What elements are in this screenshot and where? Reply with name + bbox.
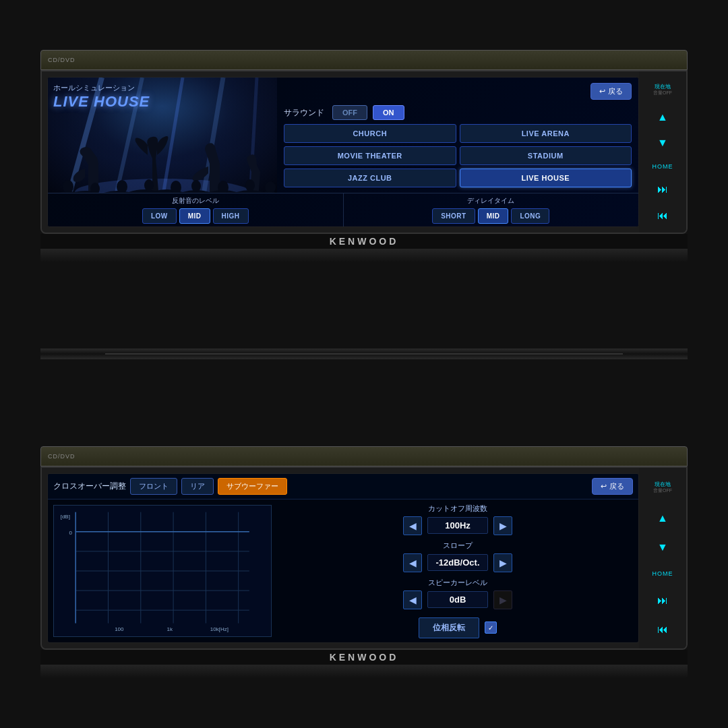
down-arrow-2[interactable]: ▼ — [657, 541, 668, 553]
skip-back-2[interactable]: ⏮ — [657, 624, 668, 636]
screen2: クロスオーバー調整 フロント リア サブウーファー ↩ 戻る — [48, 474, 638, 642]
unit1-reflection — [40, 249, 688, 262]
screen2-area: クロスオーバー調整 フロント リア サブウーファー ↩ 戻る — [47, 473, 639, 643]
title-overlay: ホールシミュレーション LIVE HOUSE — [53, 83, 150, 111]
screen1: ホールシミュレーション LIVE HOUSE ↩ 戻る — [48, 78, 638, 226]
phase-row: 位相反転 ✓ — [284, 617, 632, 638]
source-button-1[interactable]: 現在地 音量OFF — [652, 82, 673, 97]
cutoff-increase[interactable]: ▶ — [493, 516, 512, 535]
skip-back-1[interactable]: ⏮ — [657, 210, 668, 222]
phase-checkbox[interactable]: ✓ — [485, 621, 497, 634]
unit2-body: クロスオーバー調整 フロント リア サブウーファー ↩ 戻る — [40, 466, 688, 650]
screen1-top: ホールシミュレーション LIVE HOUSE ↩ 戻る — [48, 78, 638, 193]
svg-text:[dB]: [dB] — [61, 514, 70, 520]
back-arrow-icon: ↩ — [599, 87, 605, 96]
delay-mid[interactable]: MID — [478, 208, 509, 224]
back-button-2[interactable]: ↩ 戻る — [592, 478, 633, 495]
reflection-label: 反射音のレベル — [53, 196, 338, 206]
right-panel-2: 現在地 音量OFF ▲ ▼ HOME ⏭ ⏮ — [639, 468, 686, 648]
cutoff-decrease[interactable]: ◀ — [403, 516, 422, 535]
speaker-increase[interactable]: ▶ — [493, 590, 512, 609]
reflection-section: 反射音のレベル LOW MID HIGH — [48, 193, 344, 226]
venue-jazz-club[interactable]: JAZZ CLUB — [284, 169, 456, 187]
unit1-wrapper: CD/DVD — [40, 50, 688, 262]
slope-label: スロープ — [443, 541, 473, 551]
speaker-value: 0dB — [427, 591, 488, 608]
graph-area: [dB] 0 100 1k 10k[Hz] — [48, 499, 277, 642]
slope-group: スロープ ◀ -12dB/Oct. ▶ — [284, 541, 632, 572]
venue-grid: CHURCH LIVE ARENA MOVIE THEATER STADIUM … — [284, 124, 632, 187]
delay-section: ディレイタイム SHORT MID LONG — [344, 193, 639, 226]
hall-image-area: ホールシミュレーション LIVE HOUSE — [48, 78, 277, 193]
concert-scene: ホールシミュレーション LIVE HOUSE — [48, 78, 277, 193]
back-arrow-icon-2: ↩ — [601, 482, 607, 491]
surround-row: サラウンド OFF ON — [284, 105, 632, 120]
svg-text:100: 100 — [115, 626, 124, 632]
unit2-reflection — [40, 665, 688, 678]
crossover-header: クロスオーバー調整 フロント リア サブウーファー ↩ 戻る — [48, 474, 638, 499]
up-arrow-1[interactable]: ▲ — [657, 111, 668, 123]
skip-fwd-1[interactable]: ⏭ — [657, 183, 668, 195]
tab-front[interactable]: フロント — [130, 478, 177, 495]
slope-value: -12dB/Oct. — [427, 554, 488, 571]
reflection-high[interactable]: HIGH — [213, 208, 249, 224]
crossover-settings: カットオフ周波数 ◀ 100Hz ▶ スロープ ◀ — [277, 499, 638, 642]
delay-short[interactable]: SHORT — [432, 208, 475, 224]
kenwood-brand-2: KENWOOD — [40, 650, 688, 665]
slope-decrease[interactable]: ◀ — [403, 553, 422, 572]
kenwood-brand-1: KENWOOD — [40, 234, 688, 249]
top-nav-row: ↩ 戻る — [284, 83, 632, 100]
source-button-2[interactable]: 現在地 音量OFF — [652, 480, 673, 495]
phase-button[interactable]: 位相反転 — [419, 617, 479, 638]
speaker-label: スピーカーレベル — [428, 578, 487, 588]
slot-top-1: CD/DVD — [40, 50, 688, 70]
slot-label-1: CD/DVD — [48, 57, 75, 63]
tab-subwoofer[interactable]: サブウーファー — [218, 478, 287, 495]
crossover-body: [dB] 0 100 1k 10k[Hz] — [48, 499, 638, 642]
speaker-level-group: スピーカーレベル ◀ 0dB ▶ — [284, 578, 632, 609]
crossover-title: クロスオーバー調整 — [53, 481, 126, 492]
svg-text:1k: 1k — [166, 626, 173, 632]
svg-point-12 — [191, 180, 201, 192]
frequency-graph-svg: [dB] 0 100 1k 10k[Hz] — [54, 506, 271, 636]
cutoff-group: カットオフ周波数 ◀ 100Hz ▶ — [284, 504, 632, 535]
slot-top-2: CD/DVD — [40, 446, 688, 466]
surround-on-button[interactable]: ON — [373, 105, 404, 120]
cutoff-label: カットオフ周波数 — [428, 504, 487, 514]
unit1-body: ホールシミュレーション LIVE HOUSE ↩ 戻る — [40, 70, 688, 234]
reflection-mid[interactable]: MID — [179, 208, 210, 224]
svg-text:0: 0 — [69, 529, 73, 535]
reflection-buttons: LOW MID HIGH — [53, 208, 338, 224]
right-panel-1: 現在地 音量OFF ▲ ▼ HOME ⏭ ⏮ — [639, 71, 686, 233]
speaker-decrease[interactable]: ◀ — [403, 590, 422, 609]
down-arrow-1[interactable]: ▼ — [657, 137, 668, 149]
surround-label: サラウンド — [284, 107, 324, 119]
delay-label: ディレイタイム — [349, 196, 634, 206]
back-button-1[interactable]: ↩ 戻る — [590, 83, 632, 100]
unit2-wrapper: CD/DVD クロスオーバー調整 フロント リア サブウーファー ↩ 戻る — [40, 446, 688, 678]
surround-off-button[interactable]: OFF — [332, 105, 367, 120]
skip-fwd-2[interactable]: ⏭ — [657, 595, 668, 607]
graph-canvas: [dB] 0 100 1k 10k[Hz] — [53, 505, 272, 637]
speaker-value-row: ◀ 0dB ▶ — [403, 590, 512, 609]
home-button-1[interactable]: HOME — [653, 163, 673, 170]
svg-point-14 — [245, 179, 255, 191]
home-button-2[interactable]: HOME — [653, 570, 673, 577]
delay-long[interactable]: LONG — [511, 208, 549, 224]
slot-label-2: CD/DVD — [48, 453, 75, 460]
reflection-low[interactable]: LOW — [142, 208, 177, 224]
slope-increase[interactable]: ▶ — [493, 553, 512, 572]
venue-movie-theater[interactable]: MOVIE THEATER — [284, 146, 456, 165]
up-arrow-2[interactable]: ▲ — [657, 512, 668, 524]
svg-point-10 — [144, 179, 154, 191]
cutoff-value-row: ◀ 100Hz ▶ — [403, 516, 512, 535]
venue-stadium[interactable]: STADIUM — [460, 146, 632, 165]
unit-divider — [40, 348, 688, 359]
cutoff-value: 100Hz — [427, 517, 488, 534]
tab-rear[interactable]: リア — [181, 478, 214, 495]
venue-church[interactable]: CHURCH — [284, 124, 456, 143]
hall-controls: ↩ 戻る サラウンド OFF ON CHURCH — [277, 78, 638, 193]
venue-live-house[interactable]: LIVE HOUSE — [460, 169, 632, 187]
venue-live-arena[interactable]: LIVE ARENA — [460, 124, 632, 143]
slope-value-row: ◀ -12dB/Oct. ▶ — [403, 553, 512, 572]
